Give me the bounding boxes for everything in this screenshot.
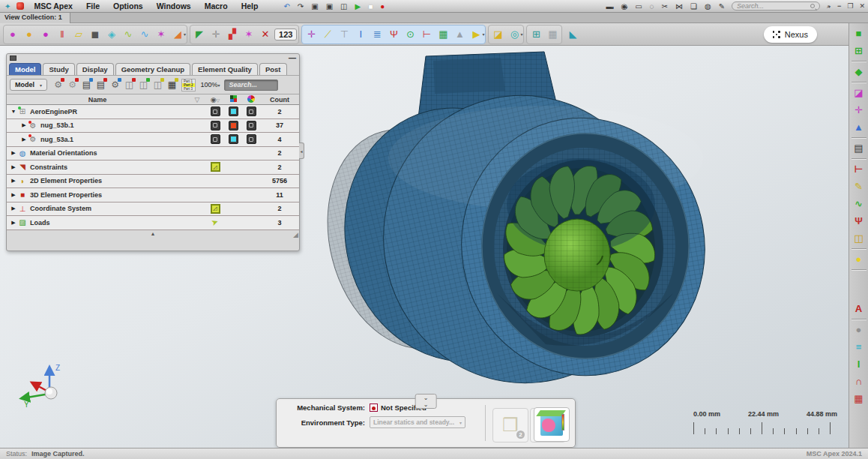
record-macro-icon[interactable]: ● (376, 2, 388, 10)
environment-type-select[interactable]: Linear statics and steady...▾ (370, 416, 465, 428)
table-view-icon[interactable]: ▤ (79, 78, 94, 92)
panel-collapse-chevron[interactable]: ⌄⌄ (415, 394, 437, 409)
part-list-preview[interactable]: Part 1Part 2Part 3 (181, 79, 196, 92)
tree-row-nug-53a-1[interactable]: ▶⚙nug_53a.14 (7, 133, 299, 147)
panel-collapse-handle[interactable]: ◂ (299, 142, 304, 159)
save-icon[interactable]: ◫ (337, 2, 351, 10)
axis-target-icon[interactable]: ⊢ (851, 160, 867, 178)
hide-parts-icon[interactable]: ⚙ (65, 78, 79, 92)
visibility-column-icon[interactable]: ◉▽ (206, 96, 224, 104)
view-cube-icon[interactable]: ■ (851, 25, 867, 42)
menu-item-windows[interactable]: Windows (150, 2, 198, 10)
visibility-toggle[interactable] (211, 106, 220, 116)
sphere-magenta-icon[interactable]: ● (37, 26, 54, 43)
lightbulb-icon[interactable]: ● (851, 250, 867, 268)
orientation-triad-icon[interactable]: Ψ (851, 212, 867, 230)
tree-row-2d-element-properties[interactable]: ▶◗2D Element Properties5756 (7, 175, 299, 189)
table-highlight-icon[interactable]: ▦ (165, 78, 179, 92)
video-capture-icon[interactable]: ▬▾ (602, 2, 617, 10)
part-hide-icon[interactable]: ◫ (122, 78, 136, 92)
tab-post[interactable]: Post (259, 63, 287, 75)
color-swatch[interactable] (229, 134, 238, 144)
tree-row-coordinate-system[interactable]: ▶⊥Coordinate System◿2 (7, 202, 299, 217)
constraint-display-icon[interactable]: ◿ (211, 162, 220, 172)
expand-arrow[interactable]: ▼ (10, 109, 17, 114)
clip-plane-icon[interactable]: ◪ (851, 84, 867, 101)
play-macro-icon[interactable]: ▶ (352, 2, 365, 10)
undo-icon[interactable]: ↶ (280, 2, 293, 10)
results-viewer-button[interactable] (534, 407, 570, 442)
menu-item-help[interactable]: Help (235, 2, 265, 10)
tree-row-nug-53b-1[interactable]: ▶⚙nug_53b.137 (7, 119, 299, 134)
checker-icon[interactable]: ▞ (224, 26, 241, 43)
part-show-icon[interactable]: ◫ (136, 78, 151, 92)
triad-arrows-icon[interactable]: ▲ (851, 118, 867, 136)
tree-row-material-orientations[interactable]: ▶◍Material Orientations2 (7, 147, 299, 161)
solid-cube-icon[interactable]: ◼ (87, 26, 103, 43)
ibeam-icon[interactable]: I (352, 26, 369, 43)
channel-section-icon[interactable]: ≣ (369, 26, 385, 43)
constraint-display-icon[interactable]: ◿ (211, 204, 220, 214)
render-toggle[interactable] (247, 134, 256, 144)
gear-view-icon[interactable]: ⚙ (108, 78, 122, 92)
cube-vertices-icon[interactable]: ◈ (103, 26, 120, 43)
layers-icon[interactable]: ≡ (851, 338, 867, 356)
load-display-icon[interactable]: ➤ (210, 217, 220, 228)
tab-model[interactable]: Model (9, 63, 41, 75)
mode-select[interactable]: Model▾ (10, 79, 47, 91)
measure-box-icon[interactable]: ◫ (851, 230, 867, 247)
tree-search-input[interactable]: Search... (224, 80, 278, 91)
fit-view-icon[interactable]: ⊞ (851, 42, 867, 59)
part-isolate-icon[interactable]: ◫ (151, 78, 165, 92)
expand-arrow[interactable]: ▶ (20, 122, 28, 128)
redo-icon[interactable]: ↷ (294, 2, 307, 10)
tree-row-aeroenginepr[interactable]: ▼⊞AeroEnginePR2 (7, 105, 299, 119)
render-sphere-icon[interactable]: ● (851, 321, 867, 338)
render-toggle[interactable] (247, 106, 256, 116)
panel-resize-grip[interactable]: ◢ (293, 231, 298, 238)
globe-icon[interactable]: ◍ (701, 2, 715, 10)
color-swatch[interactable] (229, 106, 238, 116)
stop-macro-icon[interactable]: ■ (364, 2, 376, 10)
skeleton-icon[interactable]: ✶ (241, 26, 257, 43)
expand-arrow[interactable]: ▶ (10, 150, 17, 156)
nexus-button[interactable]: Nexus (764, 26, 817, 43)
table-remove-icon[interactable]: ▤ (94, 78, 108, 92)
sketch-plane-icon[interactable]: ✎ (851, 178, 867, 195)
scissors-icon[interactable]: ✂ (658, 2, 672, 10)
import-icon[interactable]: ▣ (307, 2, 322, 10)
tree-row-3d-element-properties[interactable]: ▶■3D Element Properties11 (7, 188, 299, 202)
menu-item-file[interactable]: File (79, 2, 106, 10)
visibility-toggle[interactable] (211, 121, 220, 130)
panel-title-bar[interactable]: — (7, 54, 299, 62)
export-icon[interactable]: ▣ (322, 2, 337, 10)
tile-grid-icon[interactable]: ⊞ (528, 26, 544, 43)
expand-arrow[interactable]: ▶ (10, 164, 17, 170)
restore-button[interactable]: ❐ (844, 2, 856, 10)
beam-section-icon[interactable]: I (851, 356, 867, 373)
expand-arrow[interactable]: ▶ (20, 136, 28, 142)
delete-red-icon[interactable]: ✕ (257, 26, 274, 43)
screenshot-camera-icon[interactable]: ◉▾ (617, 2, 631, 10)
brush-icon[interactable]: ✎ (715, 2, 729, 10)
mesh-star-icon[interactable]: ✶ (153, 26, 169, 43)
triad-red-icon[interactable]: Ψ (385, 26, 402, 43)
count-column-header[interactable]: Count (260, 96, 299, 104)
polyline-blue-icon[interactable]: ∿ (136, 26, 153, 43)
align-icon[interactable]: ⋈ (672, 2, 687, 10)
render-mode-column-icon[interactable] (224, 95, 242, 104)
menu-item-macro[interactable]: Macro (198, 2, 235, 10)
bolt-icon[interactable]: ⊤ (336, 26, 352, 43)
tree-row-loads[interactable]: ▶▨Loads➤3 (7, 216, 299, 230)
menu-item-options[interactable]: Options (106, 2, 150, 10)
show-parts-icon[interactable]: ⚙ (51, 78, 65, 92)
render-toggle[interactable] (247, 121, 256, 130)
app-menu[interactable]: MSC Apex (27, 2, 79, 10)
pcb-green-icon[interactable]: ▦ (435, 26, 451, 43)
study-book-button[interactable]: ❒ 2 (492, 408, 528, 442)
traffic-light-icon[interactable]: ‖ (54, 26, 70, 43)
tab-display[interactable]: Display (76, 63, 114, 75)
view-collection-tab[interactable]: View Collection: 1 (0, 13, 70, 23)
screw-icon[interactable]: ⟋ (319, 26, 336, 43)
solid-brick-icon[interactable]: ▦ (851, 390, 867, 407)
